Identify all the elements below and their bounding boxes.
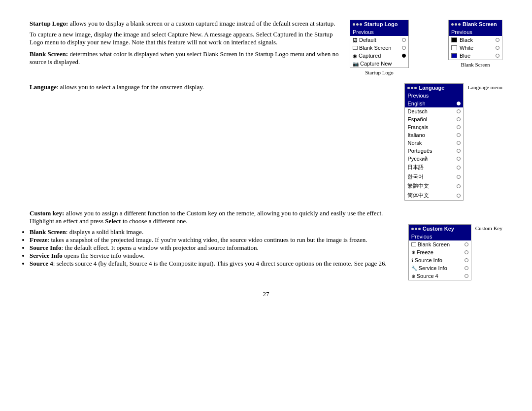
sourceinfo-icon: ℹ — [411, 258, 413, 263]
capturenew-icon: 📷 — [353, 61, 359, 67]
ck-source4-radio — [465, 274, 468, 278]
ck-dots — [411, 228, 421, 230]
portugues-radio — [457, 149, 461, 153]
blank-screen-para: Blank Screen: determines what color is d… — [30, 50, 340, 66]
ck-item-source4[interactable]: ⊕ Source 4 — [409, 272, 471, 280]
language-item-english[interactable]: English — [405, 100, 463, 107]
russian-radio — [457, 157, 461, 161]
blue-radio — [496, 54, 499, 58]
language-item-espanol[interactable]: Español — [405, 115, 463, 123]
ck-blankscreen-radio — [465, 242, 468, 246]
bullet-freeze: Freeze: takes a snapshot of the projecte… — [30, 236, 403, 244]
language-item-norsk[interactable]: Norsk — [405, 139, 463, 147]
language-item-trad-chinese[interactable]: 繁體中文 — [405, 181, 463, 191]
bs-dot1 — [451, 23, 454, 26]
default-icon: 🖼 — [353, 37, 358, 43]
blank-screen-text: determines what color is displayed when … — [30, 50, 339, 66]
ck-item-serviceinfo[interactable]: 🔧 Service Info — [409, 264, 471, 272]
blank-screen-item-blue[interactable]: Blue — [449, 52, 502, 60]
startup-logo-title: Startup Logo — [364, 21, 398, 27]
page-number: 27 — [30, 290, 502, 298]
blank-screen-previous[interactable]: Previous — [449, 28, 502, 36]
blankscreen-radio — [402, 46, 406, 50]
language-title-bar: Language — [405, 84, 463, 92]
blank-screen-widget-label: Blank Screen — [461, 62, 490, 68]
ck-item-sourceinfo[interactable]: ℹ Source Info — [409, 256, 471, 264]
bs-dot2 — [455, 23, 457, 26]
startup-logo-item-captured[interactable]: ◉ Captured — [350, 52, 408, 60]
blank-screen-title-bar: Blank Screen — [449, 20, 502, 28]
language-previous[interactable]: Previous — [405, 92, 463, 100]
title-dots — [353, 23, 362, 26]
startup-logo-widget-label: Startup Logo — [365, 69, 394, 75]
language-para: Language: allows you to select a languag… — [30, 83, 399, 91]
language-item-russian[interactable]: Русский — [405, 155, 463, 163]
ck-item-freeze[interactable]: ❄ Freeze — [409, 248, 471, 256]
language-menu-area: Language Previous English Deutsch Españo… — [404, 83, 502, 201]
language-menu-label: Language menu — [467, 83, 502, 90]
serviceinfo-icon: 🔧 — [411, 266, 417, 271]
custom-key-previous[interactable]: Previous — [409, 233, 471, 240]
ck-dot1 — [411, 228, 414, 230]
startup-logo-item-blankscreen[interactable]: Blank Screen — [350, 44, 408, 52]
language-para-text: : allows you to select a language for th… — [57, 83, 204, 91]
language-item-deutsch[interactable]: Deutsch — [405, 107, 463, 115]
language-item-japanese[interactable]: 日本語 — [405, 163, 463, 172]
language-section: Language: allows you to select a languag… — [30, 83, 502, 201]
top-menus-area: Startup Logo Previous 🖼 Default — [350, 20, 502, 75]
startup-text-section: Startup Logo: allows you to display a bl… — [30, 20, 340, 75]
dot3 — [360, 23, 362, 26]
blank-screen-widget-wrap: Blank Screen Previous Black — [448, 20, 502, 68]
custom-key-para1-text: allows you to assign a different functio… — [30, 209, 383, 225]
ck-blankscreen-icon — [411, 242, 416, 246]
language-item-simp-chinese[interactable]: 简体中文 — [405, 191, 463, 200]
blank-screen-item-white[interactable]: White — [449, 44, 502, 52]
blankscreen-icon — [353, 46, 358, 50]
ck-freeze-radio — [465, 250, 468, 254]
language-item-francais[interactable]: Français — [405, 123, 463, 131]
lang-dot3 — [414, 87, 417, 89]
black-swatch — [451, 37, 457, 42]
language-item-italiano[interactable]: Italiano — [405, 131, 463, 139]
blue-swatch — [451, 53, 457, 58]
custom-key-heading: Custom key: — [30, 209, 64, 217]
bullet-blank-screen: Blank Screen: displays a solid blank ima… — [30, 228, 403, 236]
startup-logo-para1: Startup Logo: allows you to display a bl… — [30, 20, 340, 28]
white-swatch — [451, 45, 457, 50]
bullet-source4: Source 4: selects source 4 (by default, … — [30, 260, 403, 268]
startup-logo-para2: To capture a new image, display the imag… — [30, 31, 340, 46]
english-radio — [457, 102, 461, 105]
blank-screen-menu: Blank Screen Previous Black — [448, 20, 502, 60]
custom-key-para1-end: to choose a different one. — [123, 217, 188, 225]
startup-logo-para1-text: allows you to display a blank screen or … — [70, 20, 335, 27]
default-radio — [402, 38, 406, 42]
blank-screen-heading: Blank Screen: — [30, 50, 68, 58]
espanol-radio — [457, 117, 461, 121]
page-content: Startup Logo: allows you to display a bl… — [30, 20, 502, 298]
custom-key-bullets: Blank Screen: displays a solid blank ima… — [30, 228, 403, 268]
startup-logo-previous[interactable]: Previous — [350, 28, 408, 36]
custom-key-title: Custom Key — [423, 226, 454, 232]
francais-radio — [457, 125, 461, 129]
trad-chinese-radio — [457, 184, 461, 188]
ck-item-blankscreen[interactable]: Blank Screen — [409, 240, 471, 248]
language-menu: Language Previous English Deutsch Españo… — [404, 83, 464, 201]
bs-dot3 — [458, 23, 461, 26]
captured-radio — [402, 54, 406, 58]
lang-dots — [407, 87, 417, 89]
blank-screen-item-black[interactable]: Black — [449, 36, 502, 44]
black-radio — [496, 38, 499, 42]
language-title: Language — [419, 85, 444, 91]
deutsch-radio — [457, 109, 461, 113]
startup-logo-item-default[interactable]: 🖼 Default — [350, 36, 408, 44]
language-item-korean[interactable]: 한국어 — [405, 172, 463, 181]
custom-key-menu-label: Custom Key — [475, 224, 502, 231]
custom-key-text-col: Custom key: allows you to assign a diffe… — [30, 209, 403, 268]
custom-key-title-bar: Custom Key — [409, 225, 471, 233]
custom-key-section: Custom key: allows you to assign a diffe… — [30, 209, 502, 280]
simp-chinese-radio — [457, 194, 461, 198]
ck-dot2 — [415, 228, 417, 230]
startup-logo-item-capturenew[interactable]: 📷 Capture New — [350, 60, 408, 68]
bullet-source-info: Source Info: the default effect. It open… — [30, 244, 403, 252]
language-item-portugues[interactable]: Português — [405, 147, 463, 155]
